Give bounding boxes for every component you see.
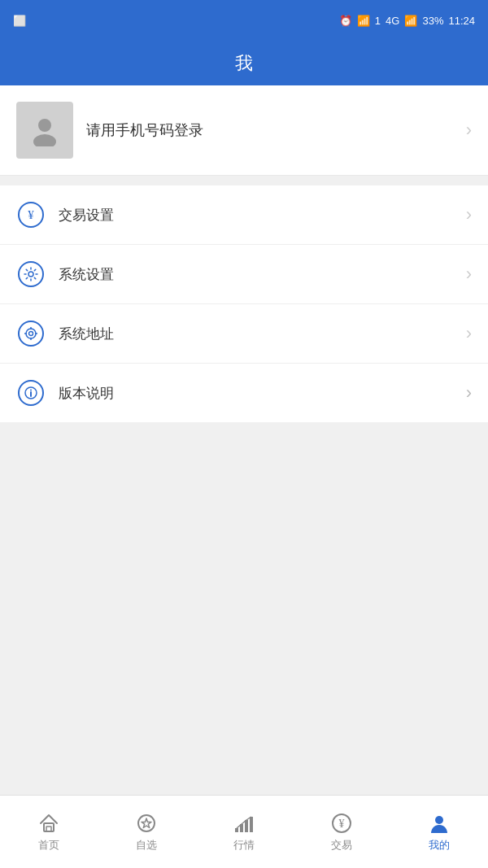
chart-icon [233, 812, 255, 835]
svg-text:¥: ¥ [28, 208, 34, 221]
system-settings-chevron-icon: › [466, 264, 472, 285]
tab-home-label: 首页 [38, 838, 59, 853]
menu-item-version-info[interactable]: 版本说明 › [0, 364, 488, 422]
system-settings-icon-wrap [16, 260, 46, 289]
battery-label: 33% [422, 15, 443, 27]
svg-point-12 [30, 390, 32, 391]
svg-rect-13 [44, 823, 54, 831]
info-circle-icon [18, 380, 44, 406]
yuan-tab-icon: ¥ [330, 812, 353, 835]
tab-trade-label: 交易 [331, 838, 352, 853]
menu-list: ¥ 交易设置 › 系统设置 › [0, 185, 488, 422]
tab-trade[interactable]: ¥ 交易 [293, 812, 390, 853]
version-info-icon-wrap [16, 378, 46, 408]
gear-circle-icon [18, 261, 44, 287]
section-divider [0, 176, 488, 185]
tab-favorites[interactable]: 自选 [98, 812, 195, 853]
tab-bar: 首页 自选 行情 ¥ 交易 [0, 795, 488, 868]
page-header: 我 [0, 41, 488, 85]
svg-point-3 [28, 272, 33, 277]
tab-favorites-label: 自选 [136, 838, 157, 853]
time-label: 11:24 [448, 15, 475, 27]
login-chevron-icon: › [466, 120, 472, 141]
login-prompt-text: 请用手机号码登录 [86, 120, 453, 140]
page-title: 我 [235, 51, 253, 76]
wifi-icon: 📶 [357, 15, 370, 27]
svg-point-15 [138, 815, 155, 831]
version-info-label: 版本说明 [59, 384, 466, 403]
svg-point-5 [29, 332, 33, 336]
status-bar: ⬜ ⏰ 📶 1 4G 📶 33% 11:24 [0, 0, 488, 41]
system-settings-label: 系统设置 [59, 265, 466, 284]
home-icon [37, 812, 60, 835]
menu-item-system-settings[interactable]: 系统设置 › [0, 245, 488, 304]
system-address-chevron-icon: › [466, 323, 472, 344]
yuan-circle-icon: ¥ [18, 202, 44, 228]
svg-point-0 [38, 119, 51, 132]
target-circle-icon [18, 321, 44, 347]
screen-icon: ⬜ [13, 15, 26, 27]
trade-settings-chevron-icon: › [466, 204, 472, 225]
avatar [16, 102, 73, 159]
svg-point-1 [33, 134, 56, 146]
status-bar-left: ⬜ [13, 15, 26, 27]
person-icon [428, 812, 451, 835]
svg-rect-16 [235, 828, 238, 832]
system-address-icon-wrap [16, 319, 46, 348]
svg-point-4 [26, 329, 36, 338]
sim-icon: 1 [375, 15, 381, 27]
tab-market[interactable]: 行情 [195, 812, 293, 853]
version-info-chevron-icon: › [466, 382, 472, 403]
svg-rect-18 [245, 820, 248, 832]
star-icon [135, 812, 158, 835]
svg-text:¥: ¥ [339, 818, 345, 830]
alarm-icon: ⏰ [339, 15, 352, 27]
svg-rect-19 [250, 817, 253, 832]
tab-market-label: 行情 [233, 838, 255, 853]
tab-home[interactable]: 首页 [0, 812, 98, 853]
login-section[interactable]: 请用手机号码登录 › [0, 85, 488, 176]
trade-settings-icon-wrap: ¥ [16, 200, 46, 229]
signal-label: 4G [386, 15, 399, 27]
trade-settings-label: 交易设置 [59, 206, 466, 225]
signal-bars: 📶 [404, 15, 417, 27]
system-address-label: 系统地址 [59, 325, 466, 343]
menu-item-trade-settings[interactable]: ¥ 交易设置 › [0, 185, 488, 245]
tab-mine[interactable]: 我的 [390, 812, 488, 853]
tab-mine-label: 我的 [429, 838, 450, 853]
svg-point-22 [435, 816, 443, 824]
menu-item-system-address[interactable]: 系统地址 › [0, 304, 488, 364]
status-bar-right: ⏰ 📶 1 4G 📶 33% 11:24 [339, 15, 475, 27]
